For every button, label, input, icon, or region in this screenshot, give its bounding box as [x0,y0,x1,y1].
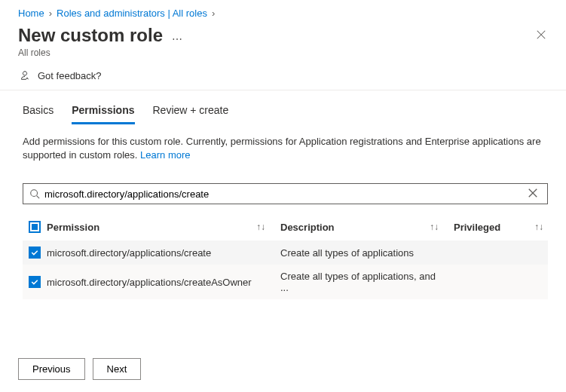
permissions-description: Add permissions for this custom role. Cu… [0,124,566,162]
header-permission[interactable]: Permission [47,222,99,233]
page-title: New custom role [18,25,163,46]
chevron-right-icon: › [212,8,215,19]
header-privileged[interactable]: Privileged [454,222,500,233]
learn-more-link[interactable]: Learn more [140,149,190,161]
breadcrumb: Home › Roles and administrators | All ro… [0,0,566,22]
row-checkbox[interactable] [29,247,41,259]
select-all-checkbox[interactable] [29,221,41,233]
sort-icon[interactable]: ↑↓ [256,222,265,232]
sort-icon[interactable]: ↑↓ [430,222,439,232]
previous-button[interactable]: Previous [18,358,85,380]
cell-description: Create all types of applications [280,247,454,259]
page-subtitle: All roles [18,47,182,58]
table-row[interactable]: microsoft.directory/applications/create … [23,240,548,265]
feedback-label: Got feedback? [38,70,102,81]
close-icon [536,29,546,40]
sort-icon[interactable]: ↑↓ [534,222,543,232]
more-icon[interactable]: ⋯ [172,33,182,45]
svg-point-0 [31,190,38,197]
feedback-icon [18,69,32,82]
cell-description: Create all types of applications, and ..… [280,271,454,293]
cell-permission: microsoft.directory/applications/create [47,247,280,259]
cell-permission: microsoft.directory/applications/createA… [47,277,280,288]
search-icon [29,188,40,199]
check-icon [30,248,39,257]
feedback-link[interactable]: Got feedback? [0,58,566,90]
permissions-table: Permission ↑↓ Description ↑↓ Privileged … [23,215,548,299]
search-box[interactable] [23,183,548,204]
tab-review[interactable]: Review + create [153,104,229,124]
next-button[interactable]: Next [93,358,142,380]
table-row[interactable]: microsoft.directory/applications/createA… [23,265,548,299]
table-header: Permission ↑↓ Description ↑↓ Privileged … [23,215,548,240]
tabs: Basics Permissions Review + create [0,90,566,124]
breadcrumb-roles[interactable]: Roles and administrators | All roles [57,8,207,19]
chevron-right-icon: › [49,8,52,19]
footer-buttons: Previous Next [18,358,141,380]
description-text: Add permissions for this custom role. Cu… [23,136,541,161]
close-icon [528,188,538,198]
tab-permissions[interactable]: Permissions [72,104,134,124]
search-input[interactable] [40,188,525,200]
row-checkbox[interactable] [29,276,41,288]
clear-search-button[interactable] [525,188,541,201]
header-description[interactable]: Description [280,222,335,233]
check-icon [30,277,39,286]
close-button[interactable] [531,25,551,47]
breadcrumb-home[interactable]: Home [18,8,44,19]
tab-basics[interactable]: Basics [23,104,54,124]
